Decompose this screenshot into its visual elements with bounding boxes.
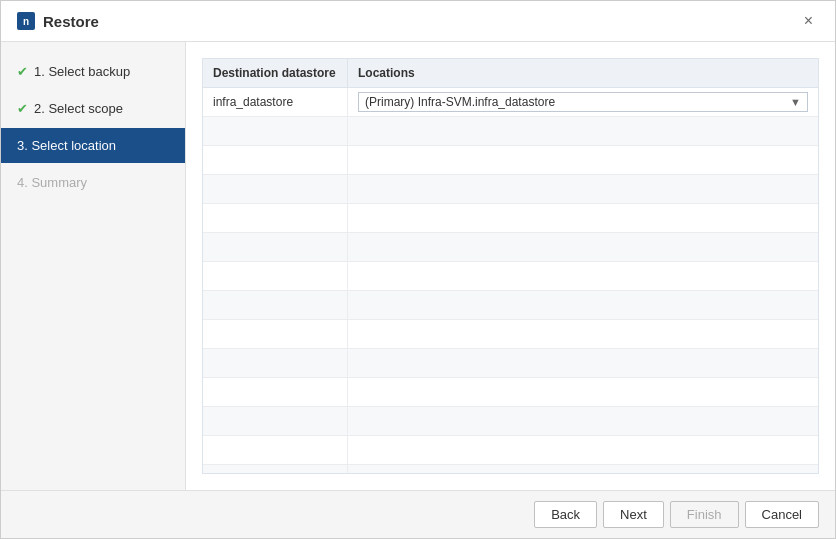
sidebar-item-label-step4: 4. Summary — [17, 175, 87, 190]
dialog-footer: Back Next Finish Cancel — [1, 490, 835, 538]
cell-location-9 — [348, 320, 818, 348]
sidebar-item-summary: 4. Summary — [1, 165, 185, 200]
cell-location-3 — [348, 146, 818, 174]
cell-datastore-10 — [203, 349, 348, 377]
check-icon-step1: ✔ — [17, 64, 28, 79]
cell-location-4 — [348, 175, 818, 203]
sidebar-item-select-location[interactable]: 3. Select location — [1, 128, 185, 163]
table-row — [203, 262, 818, 291]
cell-location-13 — [348, 436, 818, 464]
cell-datastore-2 — [203, 117, 348, 145]
restore-dialog: n Restore × ✔ 1. Select backup ✔ 2. Sele… — [0, 0, 836, 539]
table-row — [203, 407, 818, 436]
cell-location-5 — [348, 204, 818, 232]
table-row — [203, 204, 818, 233]
cell-datastore-7 — [203, 262, 348, 290]
sidebar-item-select-scope[interactable]: ✔ 2. Select scope — [1, 91, 185, 126]
header-destination-datastore: Destination datastore — [203, 59, 348, 87]
dialog-body: ✔ 1. Select backup ✔ 2. Select scope 3. … — [1, 42, 835, 490]
cell-datastore-12 — [203, 407, 348, 435]
table-row — [203, 436, 818, 465]
cell-location-12 — [348, 407, 818, 435]
table-row: infra_datastore (Primary) Infra-SVM.infr… — [203, 88, 818, 117]
dropdown-arrow-icon-1: ▼ — [790, 96, 801, 108]
location-value-1: (Primary) Infra-SVM.infra_datastore — [365, 95, 555, 109]
dialog-header: n Restore × — [1, 1, 835, 42]
cell-location-14 — [348, 465, 818, 473]
table-row — [203, 117, 818, 146]
dialog-title: n Restore — [17, 12, 99, 30]
table-row — [203, 233, 818, 262]
close-button[interactable]: × — [798, 11, 819, 31]
location-dropdown-1[interactable]: (Primary) Infra-SVM.infra_datastore ▼ — [358, 92, 808, 112]
cell-location-2 — [348, 117, 818, 145]
cell-location-1: (Primary) Infra-SVM.infra_datastore ▼ — [348, 88, 818, 116]
cell-datastore-9 — [203, 320, 348, 348]
sidebar-item-select-backup[interactable]: ✔ 1. Select backup — [1, 54, 185, 89]
cell-datastore-1: infra_datastore — [203, 88, 348, 116]
finish-button[interactable]: Finish — [670, 501, 739, 528]
table-header: Destination datastore Locations — [203, 59, 818, 88]
table-row — [203, 291, 818, 320]
cell-datastore-5 — [203, 204, 348, 232]
table-body: infra_datastore (Primary) Infra-SVM.infr… — [203, 88, 818, 473]
cell-datastore-8 — [203, 291, 348, 319]
cell-datastore-14 — [203, 465, 348, 473]
cell-datastore-3 — [203, 146, 348, 174]
main-content: Destination datastore Locations infra_da… — [186, 42, 835, 490]
cell-datastore-11 — [203, 378, 348, 406]
table-row — [203, 349, 818, 378]
sidebar-item-label-step3: 3. Select location — [17, 138, 116, 153]
cell-location-10 — [348, 349, 818, 377]
cell-location-6 — [348, 233, 818, 261]
location-table: Destination datastore Locations infra_da… — [202, 58, 819, 474]
sidebar-item-label-step2: 2. Select scope — [34, 101, 123, 116]
app-logo-icon: n — [17, 12, 35, 30]
table-row — [203, 175, 818, 204]
header-locations: Locations — [348, 59, 818, 87]
sidebar-item-label-step1: 1. Select backup — [34, 64, 130, 79]
table-row — [203, 320, 818, 349]
cell-datastore-13 — [203, 436, 348, 464]
table-row — [203, 378, 818, 407]
sidebar: ✔ 1. Select backup ✔ 2. Select scope 3. … — [1, 42, 186, 490]
table-row — [203, 146, 818, 175]
cell-location-11 — [348, 378, 818, 406]
dialog-title-text: Restore — [43, 13, 99, 30]
next-button[interactable]: Next — [603, 501, 664, 528]
cell-datastore-4 — [203, 175, 348, 203]
cell-location-8 — [348, 291, 818, 319]
table-row — [203, 465, 818, 473]
cancel-button[interactable]: Cancel — [745, 501, 819, 528]
back-button[interactable]: Back — [534, 501, 597, 528]
check-icon-step2: ✔ — [17, 101, 28, 116]
cell-datastore-6 — [203, 233, 348, 261]
cell-location-7 — [348, 262, 818, 290]
